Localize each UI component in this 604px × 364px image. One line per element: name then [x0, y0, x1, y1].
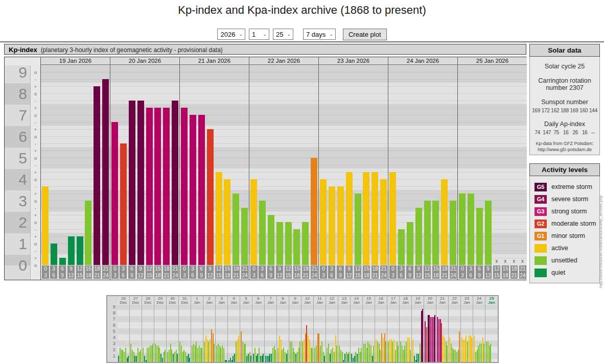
time-bin-labels: 0336699121215151818212124 [388, 265, 457, 279]
kp-bar [407, 222, 413, 265]
sublevel-marker: + [31, 212, 40, 219]
y-axis-tick: 7 [5, 105, 27, 126]
overview-kp-bar [437, 317, 438, 362]
y-axis-tick: 1 [5, 233, 27, 255]
overview-day-column: 4Jan [228, 296, 240, 362]
time-bin-label: 03 [389, 265, 397, 279]
overview-kp-bar [204, 342, 205, 362]
overview-kp-bar [137, 348, 138, 362]
sunspot-label: Sunspot number [531, 99, 598, 106]
overview-kp-bar [201, 348, 202, 362]
overview-day-plot [154, 305, 166, 362]
overview-y-tick: 4 [107, 334, 115, 341]
overview-kp-bar [222, 346, 223, 362]
overview-kp-bar [466, 335, 467, 362]
kp-archive-page: Kp-index and Kpa-index archive (1868 to … [0, 0, 604, 364]
overview-kp-bar [316, 346, 317, 362]
time-bin-label: 1821 [163, 265, 170, 279]
gfz-link[interactable]: http://www.gfz-potsdam.de [538, 147, 592, 152]
activity-level-label: strong storm [551, 208, 587, 215]
overview-kp-bar [124, 352, 125, 362]
overview-kp-bar [414, 356, 415, 362]
time-bin-label: 1821 [233, 265, 240, 279]
overview-kp-bar [291, 342, 292, 362]
overview-kp-bar [148, 348, 149, 362]
sublevel-marker: + [31, 190, 40, 198]
overview-day-plot [412, 305, 424, 362]
overview-kp-bar [223, 348, 224, 362]
sublevel-marker: - [31, 140, 40, 148]
day-column: 20 Jan 20260336699121215151818212124 [110, 57, 180, 280]
time-bin-label: 69 [337, 265, 344, 279]
time-bin-labels: 0336699121215151818212124 [110, 265, 179, 279]
overview-kp-bar [302, 342, 303, 362]
overview-kp-bar [361, 348, 362, 362]
create-plot-button[interactable]: Create plot [343, 29, 387, 40]
year-select[interactable]: 2026 ⌄ [217, 29, 245, 40]
overview-kp-bar [179, 342, 180, 362]
span-select[interactable]: 7 days ⌄ [303, 29, 336, 40]
activity-level-row: active [535, 242, 599, 254]
overview-kp-bar [471, 337, 472, 362]
overview-day-plot [473, 305, 485, 362]
sublevel-marker: - [31, 76, 40, 83]
overview-kp-bar [279, 335, 280, 362]
sublevel-marker: - [31, 205, 40, 212]
kp-bar [137, 101, 144, 265]
overview-kp-bar [425, 321, 426, 362]
sublevel-marker: - [31, 226, 40, 233]
y-axis-tick: 5 [5, 148, 27, 169]
overview-kp-bar [389, 339, 390, 362]
kp-panel-title: Kp-index [9, 46, 37, 54]
overview-day-plot [461, 305, 473, 362]
activity-level-label: extreme storm [551, 183, 592, 190]
overview-days: 26Dec27Dec28Dec29Dec30Dec31Dec1Jan2Jan3J… [118, 296, 498, 362]
overview-kp-bar [294, 352, 295, 362]
overview-day-column: 5Jan [240, 296, 252, 362]
overview-kp-bar [253, 354, 254, 362]
overview-day-label: 2Jan [203, 296, 215, 305]
overview-kp-bar [136, 356, 137, 362]
time-bin-label: 69 [406, 265, 413, 279]
chevron-down-icon: ⌄ [329, 32, 333, 37]
sublevel-marker: - [31, 98, 40, 105]
day-header: 24 Jan 2026 [388, 57, 457, 65]
overview-day-column: 23Jan [461, 296, 473, 362]
kp-bar [207, 129, 214, 265]
activity-level-row: quiet [535, 266, 599, 279]
overview-kp-bar [459, 331, 460, 362]
kp-bar [468, 193, 474, 265]
overview-kp-bar [220, 348, 221, 362]
overview-kp-bar [248, 354, 249, 362]
overview-kp-bar [343, 360, 344, 362]
overview-kp-bar [275, 350, 276, 362]
overview-kp-bar [216, 346, 217, 362]
time-bin-label: 1518 [432, 265, 439, 279]
kp-bar [476, 208, 483, 265]
overview-kp-bar [192, 346, 193, 362]
activity-level-label: quiet [551, 269, 565, 276]
overview-kp-bar [214, 344, 215, 362]
overview-kp-bar [272, 348, 273, 362]
time-bin-label: 1518 [293, 265, 300, 279]
overview-kp-bar [147, 348, 148, 362]
day-select[interactable]: 25 ⌄ [273, 29, 293, 40]
day-header: 25 Jan 2026 [458, 57, 527, 65]
activity-level-row: G3strong storm [535, 205, 599, 217]
month-select[interactable]: 1 ⌄ [249, 29, 269, 40]
overview-kp-bar [130, 344, 131, 362]
activity-level-swatch: G1 [535, 232, 547, 240]
activity-level-swatch [535, 244, 547, 253]
overview-day-label: 28Dec [142, 296, 154, 305]
sublevel-marker: o [31, 155, 40, 162]
time-bin-label: 1518 [363, 265, 370, 279]
time-bin-label: 2124 [519, 265, 526, 279]
overview-kp-bar [159, 348, 160, 362]
kp-bar [346, 172, 353, 265]
overview-kp-bar [226, 360, 227, 362]
y-axis-tick: 6 [5, 126, 27, 148]
overview-day-column: 11Jan [314, 296, 326, 362]
overview-day-plot [265, 305, 276, 362]
activity-level-swatch: G5 [535, 183, 547, 191]
time-bin-labels: 0336699121215151818212124 [41, 265, 110, 279]
